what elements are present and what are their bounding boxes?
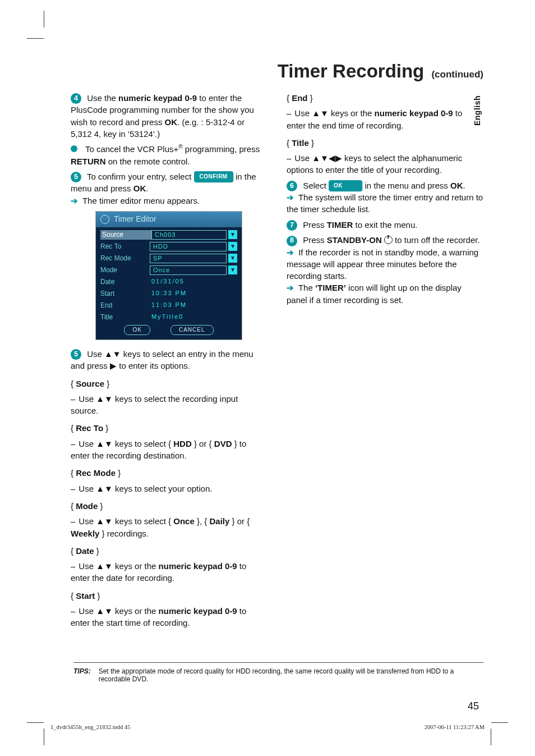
left-column: 4 Use the numeric keypad 0-9 to enter th… — [71, 92, 268, 633]
step-5b-marker: 5 — [71, 349, 81, 360]
timer-editor-panel: Timer Editor SourceCh003▼Rec ToHDD▼Rec M… — [95, 211, 242, 340]
arrow-icon: ➔ — [287, 283, 294, 292]
footer-meta: 1_dvdr3455h_eng_21832.indd 45 2007-06-11… — [50, 724, 485, 730]
panel-row: ModeOnce▼ — [100, 265, 237, 276]
panel-row: Rec ToHDD▼ — [100, 241, 237, 252]
arrow-icon: ➔ — [71, 196, 78, 205]
panel-ok-button: OK — [124, 325, 150, 335]
step-5-marker: 5 — [71, 172, 81, 182]
panel-row-label: End — [100, 301, 150, 310]
panel-row: Start10:33 PM — [100, 288, 237, 299]
panel-row-label: Rec To — [100, 242, 150, 251]
step-8-marker: 8 — [287, 236, 297, 246]
step-4-marker: 4 — [71, 93, 81, 104]
cancel-note: To cancel the VCR Plus+® programming, pr… — [71, 143, 268, 167]
field-start: { Start } –Use ▲▼ keys or the numeric ke… — [71, 590, 268, 629]
field-end: { End } –Use ▲▼ keys or the numeric keyp… — [287, 92, 483, 131]
panel-row-label: Date — [100, 277, 150, 287]
panel-row-label: Rec Mode — [100, 254, 150, 263]
panel-row-value: Ch003 — [151, 230, 227, 240]
panel-row-value: HDD — [150, 242, 227, 251]
field-source: { Source } –Use ▲▼ keys to select the re… — [71, 378, 268, 417]
arrow-icon: ➔ — [287, 193, 294, 202]
panel-row: Rec ModeSP▼ — [100, 253, 237, 264]
dropdown-arrow-icon: ▼ — [228, 265, 237, 274]
step-6-marker: 6 — [287, 181, 297, 191]
panel-cancel-button: CANCEL — [170, 325, 214, 335]
bullet-icon — [71, 145, 77, 152]
dropdown-arrow-icon: ▼ — [228, 254, 237, 263]
tips-box: TIPS: Set the appropriate mode of record… — [73, 662, 483, 683]
ok-pill: OK — [329, 180, 362, 191]
panel-row-value: SP — [150, 254, 227, 263]
panel-row: SourceCh003▼ — [100, 230, 237, 240]
step-7: 7 Press TIMER to exit the menu. — [287, 219, 483, 231]
step-5-select: 5 Use ▲▼ keys to select an entry in the … — [71, 348, 268, 372]
field-rec-to: { Rec To } –Use ▲▼ keys to select { HDD … — [71, 422, 268, 461]
footer-file: 1_dvdr3455h_eng_21832.indd 45 — [50, 724, 130, 730]
step-8: 8 Press STANDBY-ON to turn off the recor… — [287, 234, 483, 306]
panel-row-value: MyTitle0 — [150, 313, 183, 322]
footer-date: 2007-06-11 11:23:27 AM — [425, 724, 485, 730]
dropdown-arrow-icon: ▼ — [228, 242, 237, 251]
page-number: 45 — [468, 700, 479, 712]
panel-row-label: Title — [100, 313, 150, 322]
field-mode: { Mode } –Use ▲▼ keys to select { Once }… — [71, 500, 268, 539]
panel-row: TitleMyTitle0 — [100, 312, 237, 323]
field-date: { Date } –Use ▲▼ keys or the numeric key… — [71, 545, 268, 584]
panel-row-value: Once — [150, 265, 227, 275]
step-7-marker: 7 — [287, 220, 297, 231]
clock-icon — [100, 215, 109, 224]
page-title: Timer Recording — [278, 61, 430, 81]
panel-row-value: 11:03 PM — [150, 301, 187, 310]
step-4: 4 Use the numeric keypad 0-9 to enter th… — [71, 92, 268, 140]
dropdown-arrow-icon: ▼ — [228, 230, 237, 239]
panel-row-label: Source — [100, 230, 151, 240]
tips-label: TIPS: — [73, 667, 91, 683]
panel-row-value: 01/31/05 — [150, 277, 185, 286]
panel-row-label: Start — [100, 289, 150, 299]
right-column: { End } –Use ▲▼ keys or the numeric keyp… — [287, 92, 483, 633]
power-icon — [384, 236, 393, 244]
confirm-pill: CONFIRM — [194, 171, 233, 182]
panel-header: Timer Editor — [96, 212, 242, 227]
tips-text: Set the appropriate mode of record quali… — [99, 667, 483, 683]
panel-row: Date01/31/05 — [100, 277, 237, 287]
step-5-confirm: 5 To confirm your entry, select CONFIRM … — [71, 171, 268, 207]
step-6: 6 Select OK in the menu and press OK. ➔ … — [287, 180, 483, 216]
panel-row-value: 10:33 PM — [150, 289, 187, 298]
field-title: { Title } –Use ▲▼◀▶ keys to select the a… — [287, 137, 483, 176]
panel-row: End11:03 PM — [100, 300, 237, 311]
page-subtitle: (continued) — [431, 69, 483, 80]
panel-title: Timer Editor — [114, 214, 156, 225]
panel-row-label: Mode — [100, 265, 150, 275]
field-rec-mode: { Rec Mode } –Use ▲▼ keys to select your… — [71, 467, 268, 494]
arrow-icon: ➔ — [287, 248, 294, 257]
